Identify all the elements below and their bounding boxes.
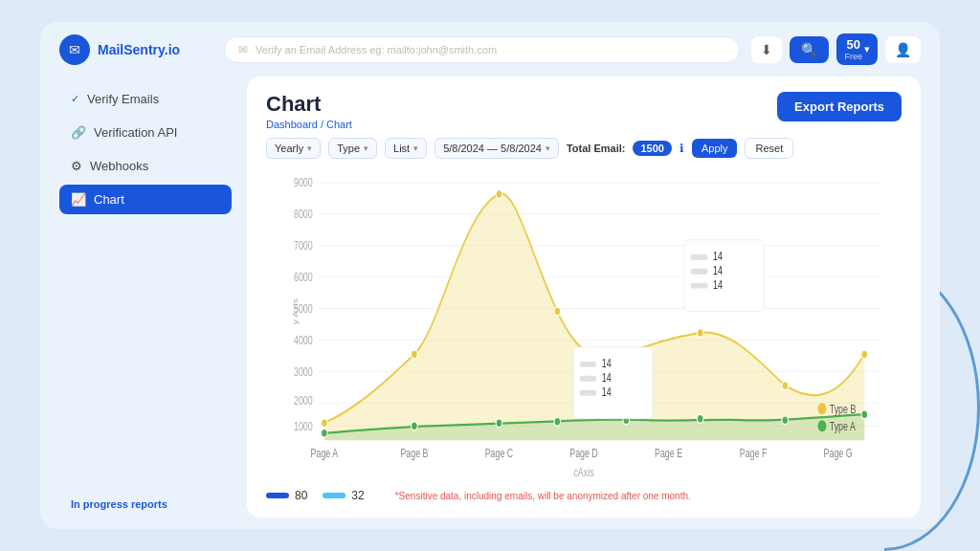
credits-label: Free — [844, 52, 862, 61]
chart-area: 1000 2000 3000 4000 5000 6000 7000 8000 … — [266, 168, 902, 483]
webhooks-icon: ⚙ — [71, 159, 82, 173]
stat-32: 32 — [323, 489, 364, 502]
page-title: Chart — [266, 92, 352, 117]
svg-point-57 — [818, 403, 827, 414]
sidebar-label-chart: Chart — [94, 192, 124, 207]
email-icon: ✉ — [238, 43, 248, 56]
sidebar-label-webhooks: Webhooks — [90, 159, 148, 173]
main-layout: ✓ Verify Emails 🔗 Verification API ⚙ Web… — [40, 77, 940, 529]
svg-rect-45 — [580, 376, 597, 382]
period-label: Yearly — [275, 143, 303, 154]
export-reports-button[interactable]: Export Reports — [777, 92, 902, 121]
sidebar-item-verification-api[interactable]: 🔗 Verification API — [59, 118, 232, 147]
breadcrumb: Dashboard / Chart — [266, 119, 352, 130]
stat-value-32: 32 — [351, 489, 364, 502]
chart-icon: 📈 — [71, 192, 86, 207]
svg-point-22 — [554, 307, 561, 316]
svg-point-30 — [554, 417, 561, 426]
svg-text:14: 14 — [602, 357, 612, 370]
svg-point-25 — [782, 382, 789, 390]
profile-button[interactable]: 👤 — [885, 36, 921, 63]
download-button[interactable]: ⬇ — [751, 36, 782, 63]
stat-80: 80 — [266, 489, 307, 502]
svg-text:Page E: Page E — [655, 447, 682, 460]
svg-rect-35 — [684, 240, 764, 312]
search-bar[interactable]: ✉ Verify an Email Address eg: mailto:joh… — [224, 36, 740, 63]
list-label: List — [393, 143, 410, 154]
svg-text:Type B: Type B — [830, 402, 857, 415]
svg-text:4000: 4000 — [294, 334, 313, 347]
svg-rect-42 — [573, 347, 653, 419]
svg-point-26 — [861, 350, 868, 359]
reset-button[interactable]: Reset — [745, 138, 793, 159]
svg-point-20 — [412, 350, 418, 359]
chevron-type: ▾ — [364, 143, 368, 153]
chart-svg: 1000 2000 3000 4000 5000 6000 7000 8000 … — [266, 168, 902, 483]
svg-point-32 — [697, 414, 703, 423]
chevron-down-icon: ▾ — [864, 43, 870, 55]
svg-text:14: 14 — [713, 263, 723, 276]
date-filter[interactable]: 5/8/2024 — 5/8/2024 ▾ — [434, 138, 559, 159]
svg-point-59 — [818, 420, 827, 431]
search-button[interactable]: 🔍 — [790, 36, 829, 63]
total-email-count: 1500 — [633, 141, 671, 156]
stat-bar-blue — [266, 493, 289, 498]
sidebar-item-webhooks[interactable]: ⚙ Webhooks — [59, 151, 232, 181]
svg-text:Page B: Page B — [400, 447, 428, 460]
svg-point-19 — [322, 419, 328, 428]
svg-text:14: 14 — [713, 277, 723, 291]
svg-rect-38 — [691, 269, 708, 275]
type-filter[interactable]: Type ▾ — [328, 138, 377, 159]
svg-text:Page G: Page G — [824, 447, 853, 460]
content-area: Chart Dashboard / Chart Export Reports Y… — [247, 77, 921, 518]
stat-bar-light-blue — [323, 493, 345, 498]
logo-area: ✉ MailSentry.io — [59, 34, 212, 65]
svg-point-33 — [782, 416, 789, 425]
credits-button[interactable]: 50 Free ▾ — [836, 33, 878, 65]
svg-text:1000: 1000 — [294, 419, 313, 432]
check-icon: ✓ — [71, 93, 79, 105]
sidebar-item-verify-emails[interactable]: ✓ Verify Emails — [59, 84, 232, 114]
link-icon: 🔗 — [71, 125, 86, 140]
svg-text:14: 14 — [602, 385, 612, 398]
svg-text:14: 14 — [602, 370, 612, 384]
info-icon: ℹ — [679, 142, 684, 155]
period-filter[interactable]: Yearly ▾ — [266, 138, 321, 159]
svg-point-28 — [412, 422, 418, 430]
logo-icon: ✉ — [59, 34, 90, 65]
svg-text:Page A: Page A — [311, 447, 339, 460]
content-header: Chart Dashboard / Chart Export Reports — [266, 92, 902, 130]
svg-rect-47 — [580, 390, 597, 396]
chevron-date: ▾ — [546, 143, 550, 153]
svg-text:14: 14 — [713, 249, 723, 262]
breadcrumb-home: Dashboard — [266, 119, 318, 130]
svg-text:9000: 9000 — [294, 176, 313, 189]
filters-row: Yearly ▾ Type ▾ List ▾ 5/8/2024 — 5/8/20… — [266, 138, 902, 159]
svg-text:2000: 2000 — [294, 393, 313, 407]
svg-text:7000: 7000 — [294, 239, 313, 253]
svg-rect-40 — [691, 283, 708, 289]
sidebar: ✓ Verify Emails 🔗 Verification API ⚙ Web… — [59, 77, 232, 518]
chevron-list: ▾ — [413, 143, 418, 153]
svg-text:Page C: Page C — [485, 447, 514, 460]
svg-text:y Axis: y Axis — [291, 298, 299, 324]
svg-rect-36 — [691, 254, 708, 260]
apply-button[interactable]: Apply — [692, 139, 738, 158]
total-email-label: Total Email: — [567, 143, 626, 154]
svg-text:6000: 6000 — [294, 271, 313, 284]
top-actions: ⬇ 🔍 50 Free ▾ 👤 — [751, 33, 921, 65]
svg-point-34 — [861, 410, 868, 419]
svg-point-29 — [496, 419, 502, 428]
svg-text:Page D: Page D — [569, 447, 598, 460]
breadcrumb-sep: / — [321, 119, 323, 130]
chart-bottom: 80 32 *Sensitive data, including emails,… — [266, 489, 902, 502]
type-label: Type — [337, 143, 360, 154]
stat-value-80: 80 — [295, 489, 307, 502]
sidebar-item-chart[interactable]: 📈 Chart — [59, 185, 232, 214]
in-progress-reports: In progress reports — [59, 491, 232, 518]
search-placeholder: Verify an Email Address eg: mailto:john@… — [256, 44, 497, 55]
svg-text:Type A: Type A — [830, 419, 856, 432]
chevron-period: ▾ — [307, 143, 312, 153]
list-filter[interactable]: List ▾ — [385, 138, 427, 159]
date-range: 5/8/2024 — 5/8/2024 — [443, 143, 542, 154]
